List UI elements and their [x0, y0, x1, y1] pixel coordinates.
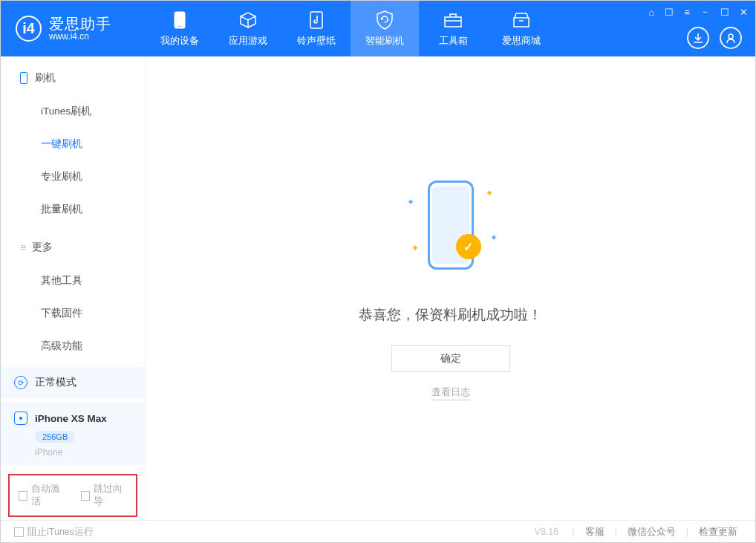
- logo-text: 爱思助手 www.i4.cn: [49, 16, 111, 42]
- version-label: V8.16: [535, 527, 559, 537]
- svg-rect-2: [310, 12, 322, 28]
- highlighted-options-box: 自动激活 跳过向导: [8, 474, 137, 517]
- nav-label: 铃声壁纸: [297, 34, 336, 48]
- success-illustration: ✦ ✦ ✦ ✦ ✓: [403, 176, 499, 287]
- ok-button[interactable]: 确定: [391, 345, 510, 372]
- footer-link-support[interactable]: 客服: [581, 526, 609, 539]
- footer-right: V8.16 | 客服 | 微信公众号 | 检查更新: [535, 526, 742, 539]
- app-url: www.i4.cn: [49, 32, 111, 42]
- maximize-button[interactable]: ☐: [720, 7, 729, 18]
- nav-mydevice[interactable]: 我的设备: [146, 1, 214, 56]
- device-type: iPhone: [35, 447, 131, 458]
- sidebar-item-pro-flash[interactable]: 专业刷机: [1, 160, 145, 193]
- list-icon: ≡: [20, 241, 25, 253]
- sidebar-item-batch-flash[interactable]: 批量刷机: [1, 193, 145, 226]
- device-row: iPhone XS Max: [14, 412, 131, 425]
- toolbox-icon: [443, 10, 463, 30]
- view-log-link[interactable]: 查看日志: [431, 386, 470, 400]
- nav-store[interactable]: 爱思商城: [487, 1, 555, 56]
- checkmark-badge-icon: ✓: [456, 234, 481, 259]
- app-header: i4 爱思助手 www.i4.cn 我的设备 应用游戏 铃声壁纸 智能刷机 工具…: [1, 1, 755, 56]
- logo-area: i4 爱思助手 www.i4.cn: [1, 1, 146, 56]
- svg-point-3: [729, 34, 733, 39]
- device-name: iPhone XS Max: [35, 413, 107, 424]
- user-icon[interactable]: [720, 27, 742, 49]
- header-right-icons: [687, 27, 742, 49]
- checkbox-skip-guide[interactable]: 跳过向导: [81, 483, 127, 508]
- sidebar-section-flash: 刷机: [1, 56, 145, 95]
- top-nav: 我的设备 应用游戏 铃声壁纸 智能刷机 工具箱 爱思商城: [146, 1, 555, 56]
- sparkle-icon: ✦: [490, 233, 498, 243]
- music-icon: [308, 10, 325, 30]
- mode-label: 正常模式: [35, 376, 76, 389]
- nav-flash[interactable]: 智能刷机: [351, 1, 419, 56]
- device-icon: [174, 10, 186, 30]
- app-logo-icon: i4: [16, 16, 42, 42]
- sparkle-icon: ✦: [411, 243, 419, 253]
- nav-ringtone[interactable]: 铃声壁纸: [282, 1, 351, 56]
- sparkle-icon: ✦: [407, 197, 414, 207]
- sidebar-item-oneclick-flash[interactable]: 一键刷机: [1, 128, 145, 160]
- footer-link-wechat[interactable]: 微信公众号: [623, 526, 680, 539]
- menu-icon[interactable]: ≡: [684, 7, 690, 18]
- footer-link-update[interactable]: 检查更新: [694, 526, 742, 539]
- mode-icon: ⟳: [14, 376, 27, 389]
- device-mode-box[interactable]: ⟳ 正常模式: [1, 367, 145, 398]
- nav-label: 爱思商城: [502, 34, 541, 48]
- checkbox-icon: [19, 491, 27, 501]
- shield-refresh-icon: [376, 10, 394, 30]
- feedback-icon[interactable]: ☐: [665, 7, 674, 18]
- sidebar-section-more: ≡ 更多: [1, 226, 145, 264]
- checkbox-stop-itunes[interactable]: 阻止iTunes运行: [14, 526, 94, 539]
- nav-label: 应用游戏: [229, 34, 267, 48]
- cube-icon: [239, 10, 257, 30]
- nav-toolbox[interactable]: 工具箱: [419, 1, 487, 56]
- sidebar-item-advanced[interactable]: 高级功能: [1, 330, 145, 362]
- nav-label: 智能刷机: [365, 34, 404, 48]
- nav-label: 工具箱: [439, 34, 468, 48]
- shirt-icon[interactable]: ⌂: [649, 7, 655, 18]
- app-title: 爱思助手: [49, 16, 111, 32]
- storage-badge: 256GB: [35, 431, 75, 443]
- phone-icon: [20, 72, 27, 84]
- download-icon[interactable]: [687, 27, 709, 49]
- checkbox-icon: [81, 491, 90, 501]
- device-icon: [14, 412, 27, 425]
- device-info-box[interactable]: iPhone XS Max 256GB iPhone: [1, 403, 145, 465]
- store-icon: [512, 10, 530, 30]
- nav-label: 我的设备: [160, 34, 199, 48]
- checkbox-icon: [14, 527, 24, 537]
- close-button[interactable]: ✕: [740, 7, 748, 18]
- body-area: 刷机 iTunes刷机 一键刷机 专业刷机 批量刷机 ≡ 更多 其他工具 下载固…: [1, 56, 755, 520]
- success-message: 恭喜您，保资料刷机成功啦！: [359, 305, 542, 325]
- nav-apps[interactable]: 应用游戏: [214, 1, 282, 56]
- sidebar-item-download-firmware[interactable]: 下载固件: [1, 297, 145, 330]
- window-controls: ⌂ ☐ ≡ － ☐ ✕: [649, 5, 748, 19]
- sparkle-icon: ✦: [486, 188, 493, 198]
- main-content: ✦ ✦ ✦ ✦ ✓ 恭喜您，保资料刷机成功啦！ 确定 查看日志: [146, 56, 755, 520]
- sidebar: 刷机 iTunes刷机 一键刷机 专业刷机 批量刷机 ≡ 更多 其他工具 下载固…: [1, 56, 146, 520]
- svg-rect-1: [177, 26, 182, 27]
- sidebar-item-itunes-flash[interactable]: iTunes刷机: [1, 95, 145, 128]
- sidebar-item-other-tools[interactable]: 其他工具: [1, 264, 145, 297]
- minimize-button[interactable]: －: [700, 5, 710, 19]
- checkbox-auto-activate[interactable]: 自动激活: [19, 483, 65, 508]
- status-bar: 阻止iTunes运行 V8.16 | 客服 | 微信公众号 | 检查更新: [1, 520, 755, 543]
